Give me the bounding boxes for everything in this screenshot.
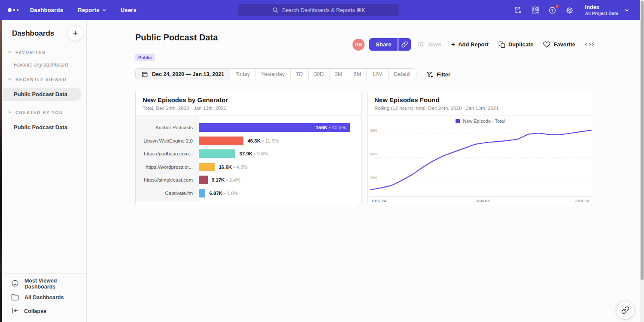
avatar[interactable]: RH (352, 39, 365, 51)
sidebar-footer: Most Viewed DashboardsAll DashboardsColl… (2, 273, 86, 322)
share-button[interactable]: Share (369, 38, 398, 51)
favorite-button[interactable]: Favorite (543, 41, 575, 48)
date-range-button[interactable]: Dec 24, 2020 — Jan 13, 2021 (136, 69, 230, 80)
bar-value-label: 46.3K • 11.9% (247, 138, 279, 143)
bar-segment[interactable]: 9.17K • 2.4% (199, 176, 208, 184)
smiley-icon (11, 279, 19, 289)
chevron-down-icon (8, 110, 12, 115)
bar-segment[interactable]: 6.87K • 1.8% (199, 189, 205, 197)
filter-button[interactable]: Filter (426, 71, 450, 78)
add-report-button[interactable]: + Add Report (451, 41, 489, 48)
sidebar-item-public-podcast-data[interactable]: Public Podcast Data (2, 88, 82, 101)
date-preset-today[interactable]: Today (230, 69, 255, 80)
scrollbar-thumb[interactable] (641, 1, 644, 280)
data-management-icon[interactable] (513, 6, 523, 15)
y-axis-label: 20K (370, 152, 377, 156)
card-header: New Episodes Found Rolling (12 hours), t… (368, 90, 593, 116)
help-icon[interactable]: ? (548, 6, 557, 15)
favorite-label: Favorite (553, 41, 575, 48)
card-title: New Episodes Found (374, 96, 586, 103)
save-button[interactable]: Save (418, 41, 441, 48)
nav-item-dashboards[interactable]: Dashboards (30, 7, 63, 13)
chart-legend: New Episode - Total (368, 116, 593, 126)
date-preset-6m[interactable]: 6M (348, 69, 367, 80)
project-switcher[interactable]: Index All Project Data (585, 4, 629, 16)
heart-icon (543, 41, 550, 48)
bar-chart: Anchor Podcasts156K • 40.3%Libsyn WebEng… (136, 116, 361, 205)
date-preset-default[interactable]: Default (389, 69, 416, 80)
scrollbar-track[interactable] (640, 0, 644, 322)
date-preset-30d[interactable]: 30D (309, 69, 330, 80)
bar-track: 9.17K • 2.4% (199, 176, 361, 184)
floating-share-link-button[interactable] (617, 301, 634, 319)
nav-item-label: Dashboards (30, 7, 63, 13)
link-icon (401, 41, 408, 48)
sidebar-footer-label: All Dashboards (24, 295, 64, 301)
create-dashboard-button[interactable]: + (68, 26, 83, 41)
sidebar-footer-item-collapse[interactable]: Collapse (2, 304, 86, 318)
chevron-down-icon (625, 8, 629, 12)
report-cards: New Episodes by Generator Total, Dec 24t… (135, 90, 644, 206)
card-subtitle: Total, Dec 24th, 2020 - Jan 13th, 2021 (143, 106, 354, 111)
bar-segment[interactable]: 156K • 40.3% (199, 123, 350, 132)
bar-value-label: 6.87K • 1.8% (209, 191, 238, 196)
more-options-icon[interactable] (585, 42, 594, 47)
y-axis-label: 30K (370, 128, 377, 133)
x-axis-label: DEC 24 (372, 199, 386, 203)
bar-track: 6.87K • 1.8% (199, 189, 361, 197)
sidebar-section-header[interactable]: FAVORITES (2, 50, 86, 55)
card-header: New Episodes by Generator Total, Dec 24t… (136, 90, 361, 116)
main-content: Public Podcast Data Public RH Share Save… (87, 20, 644, 322)
date-preset-3m[interactable]: 3M (330, 69, 348, 80)
date-preset-7d[interactable]: 7D (291, 69, 309, 80)
apps-grid-icon[interactable] (531, 6, 540, 15)
x-axis-label: JAN 03 (476, 199, 490, 203)
card-title: New Episodes by Generator (143, 96, 354, 103)
svg-text:?: ? (551, 8, 554, 12)
folder-icon (11, 293, 19, 302)
bar-segment[interactable]: 46.3K • 11.9% (199, 137, 243, 145)
sidebar-section-header[interactable]: CREATED BY YOU (2, 110, 86, 115)
share-link-button[interactable] (398, 38, 411, 51)
bar-value-label: 16.6K • 4.3% (219, 164, 247, 170)
add-report-label: Add Report (458, 41, 489, 48)
x-axis-labels: DEC 24JAN 03JAN 13 (368, 197, 593, 205)
nav-item-reports[interactable]: Reports (78, 7, 106, 13)
sidebar-item-label: Public Podcast Data (14, 124, 67, 131)
duplicate-button[interactable]: Duplicate (498, 41, 534, 48)
filter-funnel-icon (426, 71, 433, 78)
settings-gear-icon[interactable] (565, 6, 574, 15)
y-axis-label: 10K (370, 176, 377, 180)
bar-category-label: Captivate.fm (136, 191, 199, 196)
sidebar-section-label: CREATED BY YOU (15, 110, 63, 115)
line-chart: New Episode - Total 10K20K30K DEC 24JAN … (368, 116, 593, 205)
sidebar-section-header[interactable]: RECENTLY VIEWED (2, 77, 86, 82)
search-input[interactable]: Search Dashboards & Reports ⌘K (238, 4, 399, 16)
bar-segment[interactable]: 16.6K • 4.3% (199, 163, 215, 171)
sidebar-section: RECENTLY VIEWEDPublic Podcast Data (2, 77, 86, 101)
nav-item-users[interactable]: Users (121, 7, 137, 13)
bar-row: https://podbean.com...37.9K • 9.8% (136, 147, 361, 161)
sidebar-footer-label: Collapse (24, 308, 46, 314)
mixpanel-logo-icon[interactable] (8, 8, 18, 12)
date-preset-12m[interactable]: 12M (367, 69, 388, 80)
bar-segment[interactable]: 37.9K • 9.8% (199, 149, 235, 158)
sidebar-footer-label: Most Viewed Dashboards (24, 278, 86, 290)
sidebar-section-label: FAVORITES (15, 50, 46, 55)
bar-category-label: https://podbean.com... (136, 151, 199, 156)
page-header: Public Podcast Data Public RH Share Save… (87, 20, 644, 61)
date-preset-yesterday[interactable]: Yesterday (256, 69, 291, 80)
sidebar-empty-hint: Favorite any dashboard (2, 62, 86, 68)
sidebar-footer-item-all-dashboards[interactable]: All Dashboards (2, 291, 86, 304)
navbar-right: ? Index All Project Data (513, 0, 629, 20)
bar-category-label: https://wordpress.or... (136, 164, 199, 170)
x-axis-label: JAN 13 (575, 199, 589, 203)
primary-nav: Dashboards Reports Users (30, 7, 137, 13)
sidebar-header: Dashboards + (2, 20, 86, 41)
calendar-icon (141, 71, 148, 78)
sidebar-footer-item-most-viewed-dashboards[interactable]: Most Viewed Dashboards (2, 277, 86, 291)
sidebar-item-public-podcast-data[interactable]: Public Podcast Data (2, 121, 82, 134)
save-icon (418, 41, 425, 48)
duplicate-icon (498, 41, 505, 48)
sidebar-item-label: Public Podcast Data (14, 91, 67, 97)
